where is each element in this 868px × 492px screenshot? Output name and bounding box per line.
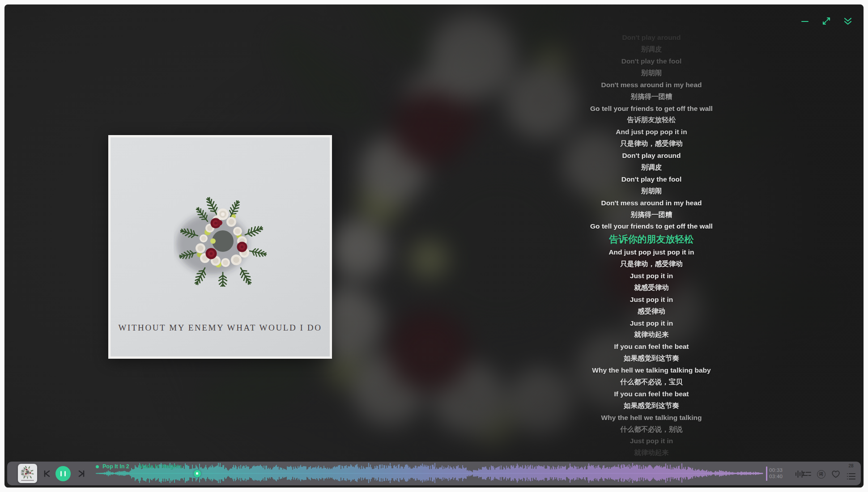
- lyric-line[interactable]: 什么都不必说，宝贝: [495, 376, 808, 388]
- lyric-line[interactable]: 就律动起来: [495, 447, 808, 459]
- now-playing: Pop It In 2 Made In Heights: [96, 463, 182, 470]
- lyrics-glyph: 词: [819, 471, 823, 477]
- lyric-line[interactable]: 别调皮: [495, 43, 808, 55]
- lyric-line[interactable]: Just pop it in: [495, 270, 808, 282]
- album-caption: WITHOUT MY ENEMY WHAT WOULD I DO: [111, 323, 330, 333]
- lyric-line[interactable]: 别胡闹: [495, 67, 808, 79]
- previous-button[interactable]: [41, 462, 53, 485]
- app-window: WITHOUT MY ENEMY WHAT WOULD I DO Don't p…: [4, 4, 864, 488]
- lyric-line[interactable]: 别搞得一团糟: [495, 91, 808, 102]
- lyric-line[interactable]: Don't mess around in my head: [495, 197, 808, 208]
- lyric-line[interactable]: 什么都不必说，别说: [495, 424, 808, 435]
- lyric-line[interactable]: Don't play around: [495, 32, 808, 43]
- queue-count-badge: 28: [845, 463, 857, 468]
- elapsed-time: 00:33: [769, 467, 783, 474]
- lyric-line[interactable]: 就感受律动: [495, 282, 808, 293]
- player-bar: Pop It In 2 Made In Heights 00:33 03:40 …: [7, 462, 861, 485]
- play-order-icon[interactable]: [801, 468, 813, 480]
- album-thumbnail[interactable]: [18, 464, 37, 483]
- lyric-line[interactable]: 如果感觉到这节奏: [495, 400, 808, 411]
- lyric-line[interactable]: 告诉朋友放轻松: [495, 115, 808, 126]
- lyric-line[interactable]: 别调皮: [495, 161, 808, 173]
- lyric-line[interactable]: Don't play the fool: [495, 174, 808, 185]
- lyric-line[interactable]: Why the hell we talking talking: [495, 412, 808, 424]
- lyric-line[interactable]: If you can feel the beat: [495, 341, 808, 352]
- lyric-line[interactable]: 如果感觉到这节奏: [495, 353, 808, 365]
- album-cover: WITHOUT MY ENEMY WHAT WOULD I DO: [111, 137, 330, 356]
- favorite-icon[interactable]: [830, 468, 842, 480]
- time-cursor: [766, 467, 767, 481]
- pause-icon: [64, 471, 66, 476]
- lyrics-panel: Don't play around别调皮Don't play the fool别…: [495, 32, 808, 459]
- lyric-line[interactable]: 只是律动，感受律动: [495, 138, 808, 150]
- lyric-line[interactable]: 别搞得一团糟: [495, 209, 808, 221]
- playlist-icon[interactable]: [845, 471, 857, 482]
- time-display: 00:33 03:40: [769, 467, 783, 479]
- fullscreen-button[interactable]: [820, 14, 833, 28]
- lyric-line[interactable]: Go tell your friends to get off the wall: [495, 102, 808, 114]
- lyrics-toggle-icon[interactable]: 词: [815, 468, 827, 480]
- lyric-line[interactable]: 告诉你的朋友放轻松: [495, 233, 808, 246]
- lyric-line[interactable]: Don't play around: [495, 150, 808, 161]
- lyric-line[interactable]: 别胡闹: [495, 185, 808, 197]
- artist-name: Made In Heights: [139, 463, 182, 470]
- lyric-line[interactable]: Don't mess around in my head: [495, 79, 808, 91]
- wreath-artwork: [174, 188, 272, 287]
- lyric-line[interactable]: 感受律动: [495, 305, 808, 317]
- playing-dot-icon: [96, 465, 99, 468]
- lyric-line[interactable]: Just pop it in: [495, 435, 808, 447]
- lyric-line[interactable]: And just pop just pop it in: [495, 246, 808, 258]
- album-art: WITHOUT MY ENEMY WHAT WOULD I DO: [108, 135, 332, 359]
- lyric-line[interactable]: Don't play the fool: [495, 55, 808, 67]
- pause-icon: [60, 471, 62, 476]
- lyric-line[interactable]: Just pop it in: [495, 294, 808, 305]
- lyric-line[interactable]: If you can feel the beat: [495, 388, 808, 400]
- playhead-marker[interactable]: [194, 470, 201, 477]
- song-title: Pop It In 2: [102, 463, 129, 470]
- lyric-line[interactable]: Go tell your friends to get off the wall: [495, 221, 808, 232]
- total-time: 03:40: [769, 474, 783, 480]
- lyric-line[interactable]: 就律动起来: [495, 329, 808, 341]
- lyric-line[interactable]: Just pop it in: [495, 317, 808, 329]
- titlebar-controls: [798, 14, 855, 28]
- collapse-lyrics-button[interactable]: [841, 14, 855, 28]
- lyric-line[interactable]: And just pop pop it in: [495, 126, 808, 138]
- play-pause-button[interactable]: [55, 466, 71, 481]
- next-button[interactable]: [76, 462, 87, 485]
- lyric-line[interactable]: 只是律动，感受律动: [495, 258, 808, 270]
- minimize-button[interactable]: [798, 14, 812, 28]
- lyric-line[interactable]: Why the hell we talking talking baby: [495, 365, 808, 376]
- thumbnail-caption-line: [21, 480, 34, 481]
